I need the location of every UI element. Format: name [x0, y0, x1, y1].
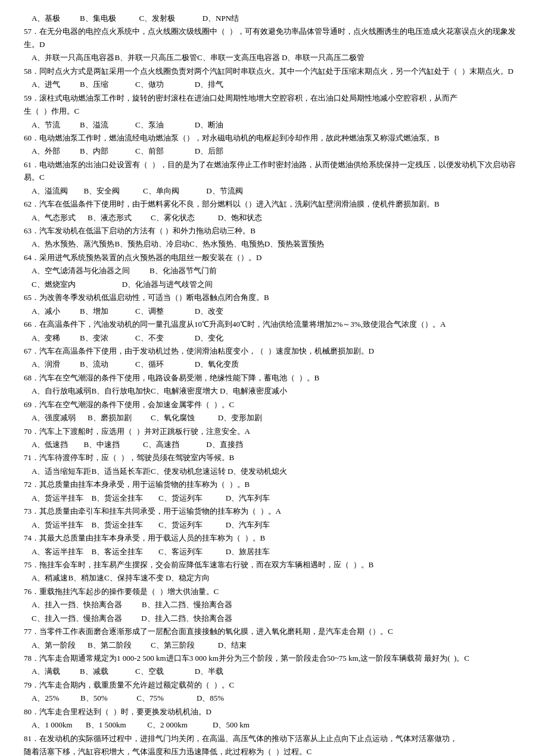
text-line-23: 67．汽车在高温条件下使用，由于发动机过热，使润滑油粘度变小，（ ）速度加快，机…: [24, 345, 524, 357]
text-line-26: A、自行放电减弱B、自行放电加快C、电解液密度增大 D、电解液密度减小: [24, 385, 524, 397]
text-line-35: 73．其总质量由牵引车和挂车共同承受，用于运输货物的挂车称为（ ）。A: [24, 505, 524, 517]
text-line-6: 生（ ）作用。C: [24, 105, 524, 117]
text-line-40: A、稍减速B、稍加速C、保持车速不变 D、稳定方向: [24, 571, 524, 584]
text-line-20: A、减小 B、增加 C、调整 D、改变: [24, 305, 524, 317]
text-line-14: 63．汽车发动机在低温下启动的方法有（ ）和外力拖动启动三种。B: [24, 224, 524, 237]
text-line-2: A、并联一只高压电容器B、并联一只高压二极管C、串联一支高压电容器 D、串联一只…: [24, 51, 524, 64]
text-line-33: 72．其总质量由挂车本身承受，用于运输货物的挂车称为（ ）。B: [24, 478, 524, 491]
text-line-31: 71．汽车待渡停车时，应（ ），驾驶员须在驾驶室内等候。B: [24, 451, 524, 464]
text-line-44: 77．当零件工作表面磨合逐渐形成了一层配合面直接接触的氧化膜，进入氧化磨耗期，是…: [24, 625, 524, 638]
text-line-17: A、空气滤清器与化油器之间 B、化油器节气门前: [24, 264, 524, 277]
text-line-41: 76．重载拖挂汽车起步的操作要领是（ ）增大供油量。C: [24, 585, 524, 598]
text-line-49: A、25% B、50% C、75% D、85%: [24, 692, 524, 704]
text-line-19: 65．为改善冬季发动机低温启动性，可适当（）断电器触点闭合角度。B: [24, 291, 524, 304]
text-line-47: A、满载 B、减载 C、空载 D、半载: [24, 665, 524, 677]
text-line-18: C、燃烧室内 D、化油器与进气歧管之间: [24, 278, 524, 290]
text-line-8: 60．电动燃油泵工作时，燃油流经电动燃油泵（），对永磁电动机的电枢起到冷却作用，…: [24, 132, 524, 144]
text-line-7: A、节流 B、溢流 C、泵油 D、断油: [24, 118, 524, 131]
text-line-45: A、第一阶段 B、第二阶段 C、第三阶段 D、结束: [24, 639, 524, 651]
text-line-11: A、溢流阀 B、安全阀 C、单向阀 D、节流阀: [24, 185, 524, 197]
text-line-5: 59．滚柱式电动燃油泵工作时，旋转的密封滚柱在进油口处周期性地增大空腔容积，在出…: [24, 92, 524, 104]
text-line-4: A、进气 B、压缩 C、做功 D、排气: [24, 78, 524, 90]
text-line-43: C、挂入一挡、慢抬离合器 D、挂入二挡、快抬离合器: [24, 612, 524, 624]
text-line-21: 66．在高温条件下，汽油发动机的同一量孔温度从10℃升高到40℃时，汽油供给流量…: [24, 318, 524, 330]
text-line-48: 79．汽车走合期内，载重质量不允许超过额定载荷的（ ）。C: [24, 679, 524, 691]
text-line-3: 58．同时点火方式是两缸采用一个点火线圈负责对两个汽缸同时串联点火。其中一个汽缸…: [24, 65, 524, 77]
text-line-16: 64．采用进气系统预热装置的点火预热器的电阻丝一般安装在（）。D: [24, 251, 524, 264]
text-line-10: 61．电动燃油泵的出油口处设置有（ ），目的是为了在燃油泵停止工作时密封油路，从…: [24, 158, 524, 184]
text-line-25: 68．汽车在空气潮湿的条件下使用，电路设备易受潮，绝缘性能下降，蓄电池（ ）。B: [24, 371, 524, 384]
text-line-52: 81．在发动机的实际循环过程中，进排气门均关闭，在高温、高压气体的推动下活塞从上…: [24, 732, 524, 745]
text-line-53: 随着活塞下移，汽缸容积增大，气体温度和压力迅速降低，此过程称为（ ）过程。C: [24, 745, 524, 756]
text-line-38: A、客运半挂车 B、客运全挂车 C、客运列车 D、旅居挂车: [24, 545, 524, 558]
text-line-51: A、1 000km B、1 500km C、2 000km D、500 km: [24, 718, 524, 731]
text-line-39: 75．拖挂车会车时，挂车易产生摆探，交会前应降低车速靠右行驶，而在双方车辆相遇时…: [24, 558, 524, 571]
text-line-0: A、基极 B、集电极 C、发射极 D、NPN结: [24, 12, 524, 24]
text-line-32: A、适当缩短车距B、适当延长车距C、使发动机怠速运转 D、使发动机熄火: [24, 465, 524, 477]
text-line-34: A、货运半挂车 B、货运全挂车 C、货运列车 D、汽车列车: [24, 492, 524, 504]
text-line-13: A、气态形式 B、液态形式 C、雾化状态 D、饱和状态: [24, 211, 524, 224]
text-line-37: 74．其最大总质量由挂车本身承受，用于载运人员的挂车称为（ ）。B: [24, 532, 524, 544]
text-line-22: A、变稀 B、变浓 C、不变 D、变化: [24, 332, 524, 344]
text-line-30: A、低速挡 B、中速挡 C、高速挡 D、直接挡: [24, 438, 524, 451]
text-line-15: A、热水预热、蒸汽预热B、预热启动、冷启动C、热水预热、电预热D、预热装置预热: [24, 238, 524, 250]
text-line-42: A、挂入一挡、快抬离合器 B、挂入二挡、慢抬离合器: [24, 598, 524, 611]
text-line-24: A、润滑 B、流动 C、循环 D、氧化变质: [24, 358, 524, 370]
text-line-12: 62．汽车在低温条件下使用时，由于燃料雾化不良，部分燃料以（）进入汽缸，洗刷汽缸…: [24, 198, 524, 210]
text-line-46: 78．汽车走合期通常规定为1 000-2 500 km进口车3 000 km并分…: [24, 652, 524, 664]
text-line-27: 69．汽车在空气潮湿的条件下使用，会加速金属零件（ ）。C: [24, 398, 524, 411]
text-line-9: A、外部 B、内部 C、前部 D、后部: [24, 145, 524, 157]
text-line-28: A、强度减弱 B、磨损加剧 C、氧化腐蚀 D、变形加剧: [24, 411, 524, 424]
text-line-1: 57．在无分电器的电控点火系统中，点火线圈次级线圈中（ ），可有效避免功率晶体管…: [24, 25, 524, 51]
main-content: A、基极 B、集电极 C、发射极 D、NPN结57．在无分电器的电控点火系统中，…: [24, 12, 524, 756]
text-line-36: A、货运半挂车 B、货运全挂车 C、货运列车 D、汽车列车: [24, 518, 524, 531]
text-line-29: 70．汽车上下渡船时，应选用（ ）并对正跳板行驶，注意安全。A: [24, 425, 524, 438]
text-line-50: 80．汽车走合里程达到（ ）时，要更换发动机机油。D: [24, 705, 524, 718]
